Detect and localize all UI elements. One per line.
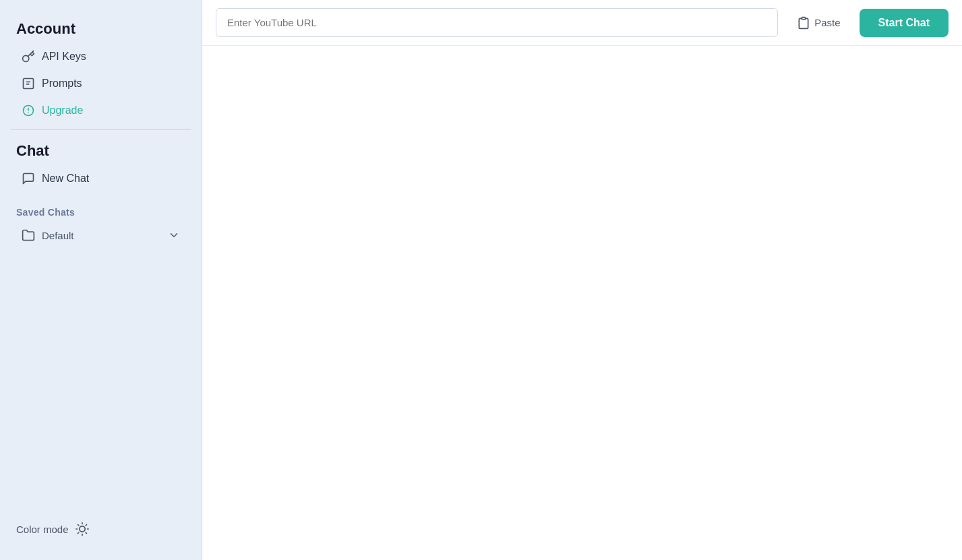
start-chat-button[interactable]: Start Chat (860, 9, 949, 37)
sidebar-item-api-keys[interactable]: API Keys (5, 43, 196, 70)
saved-chats-label: Saved Chats (0, 200, 202, 222)
chat-title: Chat (0, 135, 202, 165)
color-mode-label: Color mode (16, 524, 69, 535)
clipboard-icon (797, 16, 810, 30)
color-mode-section[interactable]: Color mode (0, 511, 202, 547)
account-title: Account (0, 13, 202, 43)
folder-left: Default (22, 228, 74, 242)
default-folder-label: Default (42, 230, 74, 241)
api-keys-label: API Keys (42, 51, 86, 63)
svg-point-3 (79, 526, 84, 532)
new-chat-icon (22, 172, 35, 185)
upgrade-label: Upgrade (42, 104, 83, 117)
svg-line-11 (86, 525, 86, 526)
sun-icon (76, 522, 89, 536)
svg-rect-12 (802, 17, 806, 19)
upgrade-icon (22, 104, 35, 117)
svg-line-6 (78, 525, 78, 526)
key-icon (22, 50, 35, 63)
folder-icon (22, 228, 35, 242)
spacer-1 (0, 192, 202, 200)
top-bar: Paste Start Chat (202, 0, 962, 46)
content-area (202, 46, 962, 560)
prompts-icon (22, 77, 35, 90)
youtube-url-input[interactable] (216, 8, 778, 37)
chevron-down-icon (168, 229, 180, 241)
sidebar-item-upgrade[interactable]: Upgrade (5, 97, 196, 124)
divider-1 (11, 129, 191, 130)
sidebar-item-prompts[interactable]: Prompts (5, 70, 196, 97)
prompts-label: Prompts (42, 77, 82, 90)
paste-label: Paste (814, 17, 840, 28)
svg-line-10 (78, 532, 78, 533)
svg-line-7 (86, 532, 86, 533)
main-content: Paste Start Chat (202, 0, 962, 560)
new-chat-label: New Chat (42, 173, 89, 185)
sidebar-item-default-folder[interactable]: Default (5, 222, 196, 249)
sidebar: Account API Keys Prompts U (0, 0, 202, 560)
sidebar-item-new-chat[interactable]: New Chat (5, 165, 196, 192)
paste-button[interactable]: Paste (786, 9, 851, 36)
start-chat-label: Start Chat (878, 17, 930, 28)
